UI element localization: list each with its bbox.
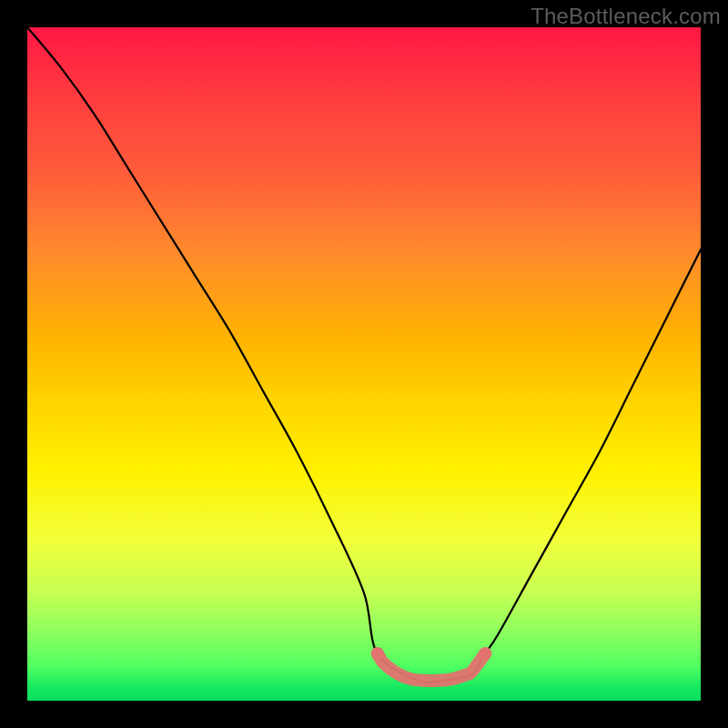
watermark-text: TheBottleneck.com <box>531 4 721 29</box>
optimal-zone-dot-end <box>479 647 491 660</box>
highlight-group <box>371 647 491 681</box>
optimal-zone-dot-start <box>371 647 384 660</box>
chart-svg <box>27 27 701 701</box>
plot-area <box>27 27 701 701</box>
optimal-zone-curve <box>378 653 485 681</box>
main-curve-group <box>27 27 701 682</box>
bottleneck-curve <box>27 27 701 682</box>
chart-frame: TheBottleneck.com <box>0 0 728 728</box>
